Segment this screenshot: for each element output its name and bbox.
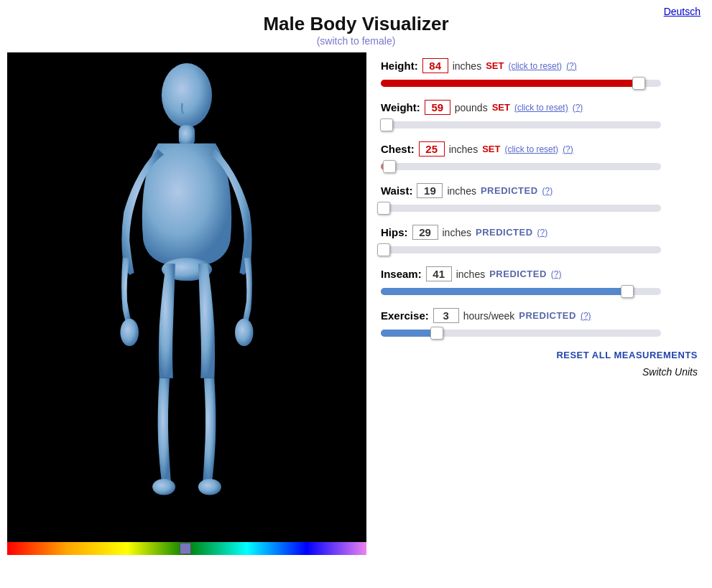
height-slider-thumb[interactable] — [632, 77, 645, 90]
chest-row: Chest: 25 inches SET (click to reset) (?… — [381, 141, 698, 173]
reset-all-button[interactable]: RESET ALL MEASUREMENTS — [556, 350, 698, 360]
height-slider-track[interactable] — [381, 80, 661, 87]
exercise-slider-container[interactable] — [381, 327, 698, 340]
chest-slider-container[interactable] — [381, 160, 698, 173]
page-title: Male Body Visualizer — [0, 13, 712, 35]
height-help[interactable]: (?) — [566, 61, 577, 71]
bottom-actions: RESET ALL MEASUREMENTS Switch Units — [381, 350, 698, 378]
weight-slider-track[interactable] — [381, 121, 661, 129]
switch-gender-link[interactable]: (switch to female) — [0, 35, 712, 47]
height-value[interactable]: 84 — [422, 58, 448, 73]
height-reset[interactable]: (click to reset) — [508, 61, 562, 71]
waist-slider-thumb[interactable] — [377, 202, 390, 215]
weight-unit: pounds — [455, 102, 488, 113]
exercise-status: PREDICTED — [519, 310, 576, 321]
chest-help[interactable]: (?) — [563, 144, 573, 154]
controls-panel: Height: 84 inches SET (click to reset) (… — [374, 52, 705, 383]
svg-point-0 — [162, 63, 212, 127]
figure-canvas — [7, 52, 366, 555]
hips-slider-container[interactable] — [381, 243, 698, 256]
weight-slider-container[interactable] — [381, 118, 698, 131]
switch-units-button[interactable]: Switch Units — [642, 366, 698, 378]
height-row: Height: 84 inches SET (click to reset) (… — [381, 58, 698, 90]
svg-point-4 — [235, 319, 254, 346]
hips-status: PREDICTED — [476, 227, 533, 238]
weight-status: SET — [492, 102, 510, 113]
waist-slider-container[interactable] — [381, 202, 698, 215]
svg-point-5 — [152, 479, 175, 495]
waist-slider-track[interactable] — [381, 205, 661, 212]
waist-row: Waist: 19 inches PREDICTED (?) — [381, 183, 698, 215]
chest-label: Chest: — [381, 143, 415, 155]
inseam-slider-fill — [381, 288, 627, 295]
exercise-slider-thumb[interactable] — [430, 327, 443, 340]
weight-row: Weight: 59 pounds SET (click to reset) (… — [381, 100, 698, 131]
weight-reset[interactable]: (click to reset) — [514, 103, 568, 113]
inseam-value[interactable]: 41 — [426, 266, 452, 281]
weight-value[interactable]: 59 — [425, 100, 450, 115]
hips-unit: inches — [443, 227, 471, 238]
hips-help[interactable]: (?) — [537, 228, 548, 238]
height-unit: inches — [453, 60, 481, 72]
waist-help[interactable]: (?) — [542, 186, 553, 196]
waist-label: Waist: — [381, 185, 412, 197]
chest-unit: inches — [449, 144, 478, 155]
exercise-label: Exercise: — [381, 309, 429, 322]
color-bar-thumb[interactable] — [180, 543, 191, 554]
chest-slider-track[interactable] — [381, 163, 661, 170]
weight-label: Weight: — [381, 101, 420, 113]
chest-status: SET — [482, 144, 500, 154]
color-gradient-bar[interactable] — [7, 542, 366, 555]
exercise-unit: hours/week — [463, 310, 515, 322]
hips-row: Hips: 29 inches PREDICTED (?) — [381, 225, 698, 256]
language-link[interactable]: Deutsch — [664, 6, 701, 17]
height-status: SET — [486, 60, 504, 71]
chest-slider-thumb[interactable] — [383, 160, 396, 173]
inseam-slider-thumb[interactable] — [621, 285, 634, 298]
waist-unit: inches — [447, 185, 476, 197]
hips-slider-thumb[interactable] — [377, 243, 390, 256]
inseam-status: PREDICTED — [489, 269, 547, 279]
chest-value[interactable]: 25 — [419, 141, 445, 157]
inseam-row: Inseam: 41 inches PREDICTED (?) — [381, 266, 698, 298]
svg-point-3 — [120, 319, 139, 346]
waist-status: PREDICTED — [481, 185, 538, 196]
page-header: Male Body Visualizer (switch to female) — [0, 0, 712, 52]
height-slider-fill — [381, 80, 639, 87]
exercise-slider-fill — [381, 330, 437, 337]
inseam-help[interactable]: (?) — [551, 269, 562, 279]
inseam-slider-track[interactable] — [381, 288, 661, 295]
main-layout: Height: 84 inches SET (click to reset) (… — [0, 52, 712, 555]
hips-label: Hips: — [381, 226, 408, 238]
inseam-unit: inches — [456, 269, 485, 280]
hips-value[interactable]: 29 — [412, 225, 438, 240]
weight-help[interactable]: (?) — [573, 103, 583, 113]
waist-value[interactable]: 19 — [417, 183, 443, 198]
height-slider-container[interactable] — [381, 77, 698, 90]
figure-panel — [7, 52, 366, 555]
inseam-slider-container[interactable] — [381, 285, 698, 298]
height-label: Height: — [381, 60, 418, 72]
inseam-label: Inseam: — [381, 268, 422, 280]
exercise-row: Exercise: 3 hours/week PREDICTED (?) — [381, 308, 698, 340]
svg-rect-1 — [179, 125, 195, 146]
chest-reset[interactable]: (click to reset) — [504, 144, 558, 154]
weight-slider-thumb[interactable] — [380, 118, 393, 131]
svg-point-6 — [198, 479, 221, 495]
exercise-help[interactable]: (?) — [581, 311, 591, 321]
body-figure — [65, 63, 309, 544]
exercise-slider-track[interactable] — [381, 330, 661, 337]
exercise-value[interactable]: 3 — [433, 308, 459, 323]
hips-slider-track[interactable] — [381, 246, 661, 253]
